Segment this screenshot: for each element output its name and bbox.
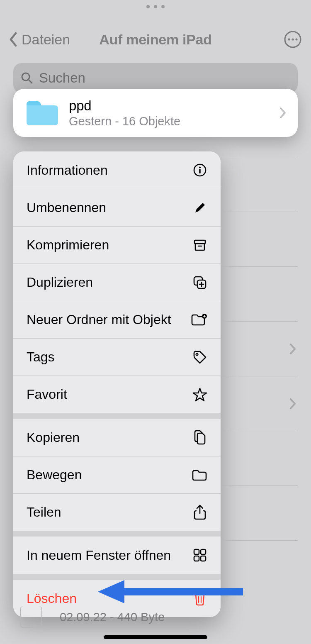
svg-rect-22	[201, 549, 206, 554]
svg-point-2	[292, 38, 294, 40]
doc-on-doc-icon	[192, 429, 207, 446]
menu-item-label: Bewegen	[27, 467, 82, 483]
navigation-bar: Dateien Auf meinem iPad	[0, 25, 311, 54]
menu-item-favorite[interactable]: Favorit	[13, 376, 221, 413]
menu-item-label: Neuer Ordner mit Objekt	[27, 312, 171, 327]
svg-point-3	[295, 38, 297, 40]
bg-file-row: 02.09.22 - 440 Byte	[20, 605, 298, 629]
folder-icon	[25, 99, 59, 127]
chevron-right-icon	[289, 343, 296, 355]
search-icon	[21, 72, 33, 84]
menu-item-label: Kopieren	[27, 430, 80, 445]
svg-rect-10	[195, 244, 204, 250]
menu-item-tags[interactable]: Tags	[13, 338, 221, 376]
svg-point-19	[196, 353, 198, 355]
selected-folder-card[interactable]: ppd Gestern - 16 Objekte	[13, 89, 298, 137]
menu-item-label: Favorit	[27, 387, 67, 402]
page-title: Auf meinem iPad	[99, 32, 211, 48]
pencil-icon	[192, 201, 207, 215]
menu-item-new-window[interactable]: In neuem Fenster öffnen	[13, 537, 221, 574]
menu-item-rename[interactable]: Umbenennen	[13, 189, 221, 226]
context-menu: Informationen Umbenennen Komprimieren Du…	[13, 151, 221, 617]
bg-list-row	[221, 431, 298, 485]
file-subtitle: 02.09.22 - 440 Byte	[60, 610, 165, 624]
menu-separator	[13, 413, 221, 419]
menu-item-copy[interactable]: Kopieren	[13, 419, 221, 456]
chevron-right-icon	[279, 107, 286, 119]
menu-item-info[interactable]: Informationen	[13, 151, 221, 189]
menu-item-move[interactable]: Bewegen	[13, 456, 221, 493]
svg-point-7	[199, 167, 201, 168]
back-button[interactable]: Dateien	[22, 32, 70, 48]
trash-icon	[192, 591, 207, 606]
bg-list-row	[221, 540, 298, 595]
document-icon	[20, 606, 42, 628]
share-icon	[192, 504, 207, 521]
archivebox-icon	[192, 238, 207, 252]
svg-rect-24	[201, 556, 206, 561]
menu-item-share[interactable]: Teilen	[13, 493, 221, 531]
menu-separator	[13, 531, 221, 537]
window-grabber	[146, 5, 165, 8]
search-input[interactable]	[39, 70, 290, 86]
svg-point-1	[288, 38, 290, 40]
folder-subtitle: Gestern - 16 Objekte	[69, 115, 180, 128]
bg-list-row	[221, 157, 298, 212]
menu-item-label: Löschen	[27, 591, 77, 606]
bg-list-row	[221, 376, 298, 431]
folder-name: ppd	[69, 98, 180, 114]
menu-item-label: Duplizieren	[27, 275, 93, 290]
menu-item-label: Komprimieren	[27, 237, 109, 253]
menu-item-label: Informationen	[27, 163, 108, 178]
bg-list-row	[221, 321, 298, 376]
svg-rect-21	[194, 549, 199, 554]
ellipsis-circle-icon	[284, 30, 302, 49]
menu-item-compress[interactable]: Komprimieren	[13, 226, 221, 263]
menu-item-label: Teilen	[27, 505, 61, 520]
star-icon	[192, 387, 207, 402]
home-indicator	[104, 635, 207, 639]
folder-icon	[192, 468, 207, 482]
menu-item-duplicate[interactable]: Duplizieren	[13, 263, 221, 301]
info-icon	[192, 163, 207, 177]
grid-icon	[192, 548, 207, 562]
svg-line-5	[29, 80, 32, 83]
svg-rect-8	[199, 169, 200, 173]
plus-square-on-square-icon	[192, 275, 207, 290]
tag-icon	[192, 350, 207, 365]
more-button[interactable]	[284, 30, 302, 49]
back-chevron-icon[interactable]	[9, 32, 17, 47]
menu-item-label: Tags	[27, 349, 55, 365]
menu-item-label: In neuem Fenster öffnen	[27, 548, 171, 563]
menu-separator	[13, 574, 221, 580]
bg-list-row	[221, 266, 298, 321]
svg-rect-23	[194, 556, 199, 561]
bg-list-row	[221, 212, 298, 266]
chevron-right-icon	[289, 398, 296, 410]
menu-item-label: Umbenennen	[27, 200, 106, 215]
bg-list-row	[221, 485, 298, 540]
folder-plus-icon	[191, 313, 207, 327]
menu-item-new-folder[interactable]: Neuer Ordner mit Objekt	[13, 301, 221, 338]
